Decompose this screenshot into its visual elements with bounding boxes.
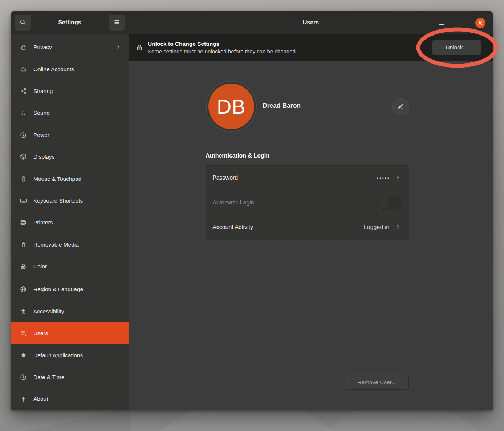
sidebar-item-power[interactable]: Power (11, 124, 129, 146)
sidebar-item-label: Sound (33, 110, 121, 116)
clock-icon (19, 373, 28, 382)
user-full-name: Dread Baron (263, 102, 301, 110)
maximize-icon (459, 21, 463, 25)
row-value: Logged in (364, 224, 389, 231)
hamburger-icon (113, 19, 121, 27)
share-icon (19, 87, 28, 95)
sidebar-item-about[interactable]: About (11, 388, 129, 410)
chevron-right-icon (395, 224, 402, 231)
close-button[interactable] (475, 18, 485, 28)
sidebar-item-removable-media[interactable]: Removable Media (11, 234, 129, 256)
sidebar-item-sound[interactable]: Sound (11, 102, 129, 124)
sidebar-item-label: Privacy (33, 44, 115, 50)
lock-icon (135, 44, 143, 52)
pencil-icon (397, 103, 404, 111)
sidebar-item-displays[interactable]: Displays (11, 146, 129, 168)
desktop-background: Settings PrivacyOnline AccountsSharingSo… (0, 0, 504, 431)
sidebar-item-label: Region & Language (33, 286, 121, 293)
sidebar-item-label: Accessibility (33, 308, 121, 315)
lock-icon (19, 43, 28, 52)
sidebar-item-keyboard-shortcuts[interactable]: Keyboard Shortcuts (11, 190, 129, 212)
auth-section-heading: Authentication & Login (206, 153, 269, 159)
automatic-login-toggle[interactable] (377, 196, 402, 209)
sidebar-item-default-applications[interactable]: Default Applications (11, 344, 129, 366)
row-label: Password (212, 175, 377, 181)
sidebar-item-date-time[interactable]: Date & Time (11, 366, 129, 388)
mouse-icon (19, 175, 28, 183)
cloud-icon (19, 65, 28, 74)
sidebar-header: Settings (11, 11, 129, 34)
sidebar-item-color[interactable]: Color (11, 256, 129, 277)
remove-user-button[interactable]: Remove User... (345, 375, 409, 390)
sidebar-item-label: Mouse & Touchpad (33, 176, 121, 182)
search-button[interactable] (15, 15, 31, 31)
search-icon (19, 19, 27, 27)
sidebar-item-label: Keyboard Shortcuts (33, 198, 121, 204)
sidebar-item-mouse-touchpad[interactable]: Mouse & Touchpad (11, 168, 129, 190)
sidebar-title: Settings (58, 19, 81, 26)
sidebar-divider (11, 278, 129, 278)
color-icon (19, 262, 28, 271)
sidebar-item-label: Displays (33, 154, 121, 160)
sparkle-icon (19, 395, 28, 403)
auth-row-password[interactable]: Password••••• (206, 166, 409, 190)
maximize-button[interactable] (456, 18, 466, 28)
chevron-right-icon (115, 44, 121, 50)
sidebar-item-sharing[interactable]: Sharing (11, 80, 129, 102)
minimize-icon (439, 24, 444, 25)
toggle-knob (377, 196, 390, 209)
unlock-banner: Unlock to Change Settings Some settings … (129, 34, 493, 61)
sidebar-item-label: Printers (33, 219, 121, 226)
edit-name-button[interactable] (392, 98, 409, 115)
sidebar-item-region-language[interactable]: Region & Language (11, 278, 129, 300)
settings-window: Settings PrivacyOnline AccountsSharingSo… (11, 11, 493, 410)
sidebar-item-label: Removable Media (33, 241, 121, 248)
sidebar-item-accessibility[interactable]: Accessibility (11, 301, 129, 322)
password-dots: ••••• (377, 175, 390, 180)
row-label: Automatic Login (212, 199, 377, 206)
avatar-initials: DB (208, 84, 254, 129)
minimize-button[interactable] (436, 18, 446, 28)
row-label: Account Activity (212, 224, 364, 231)
page-title: Users (303, 19, 319, 26)
sidebar-nav: PrivacyOnline AccountsSharingSoundPowerD… (11, 34, 129, 410)
sidebar-item-label: Power (33, 132, 121, 138)
chevron-right-icon (395, 175, 402, 181)
unlock-banner-text: Unlock to Change Settings Some settings … (148, 41, 428, 54)
users-icon (19, 329, 28, 338)
sidebar-item-printers[interactable]: Printers (11, 212, 129, 233)
sidebar-item-users[interactable]: Users (11, 322, 129, 344)
window-controls (436, 11, 485, 34)
menu-button[interactable] (109, 15, 125, 31)
auth-row-automatic-login: Automatic Login (206, 190, 409, 215)
auth-settings-list: Password•••••Automatic LoginAccount Acti… (206, 165, 409, 240)
user-avatar[interactable]: DB (206, 81, 257, 132)
unlock-button[interactable]: Unlock... (432, 40, 481, 55)
printer-icon (19, 218, 28, 227)
star-icon (19, 351, 28, 360)
main-header: Users (129, 11, 493, 34)
music-note-icon (19, 109, 28, 117)
accessibility-icon (19, 307, 28, 316)
removable-media-icon (19, 240, 28, 249)
main-panel: Users Unlock to Change Settings (129, 11, 493, 410)
unlock-banner-subtitle: Some settings must be unlocked before th… (148, 48, 428, 54)
sidebar-item-label: Color (33, 263, 121, 270)
display-icon (19, 153, 28, 161)
sidebar: Settings PrivacyOnline AccountsSharingSo… (11, 11, 129, 410)
power-icon (19, 131, 28, 139)
auth-row-account-activity[interactable]: Account ActivityLogged in (206, 215, 409, 240)
sidebar-item-label: Sharing (33, 88, 121, 94)
unlock-banner-title: Unlock to Change Settings (148, 41, 428, 47)
sidebar-item-online-accounts[interactable]: Online Accounts (11, 58, 129, 80)
keyboard-icon (19, 196, 28, 205)
sidebar-item-label: Users (33, 330, 121, 337)
sidebar-item-label: About (33, 396, 121, 402)
sidebar-item-privacy[interactable]: Privacy (11, 36, 129, 58)
sidebar-item-label: Date & Time (33, 374, 121, 381)
desktop-decoration (22, 407, 131, 431)
globe-icon (19, 285, 28, 294)
users-content: DB Dread Baron Authentication & Login Pa… (129, 61, 493, 410)
sidebar-item-label: Default Applications (33, 352, 121, 359)
sidebar-item-label: Online Accounts (33, 66, 121, 73)
